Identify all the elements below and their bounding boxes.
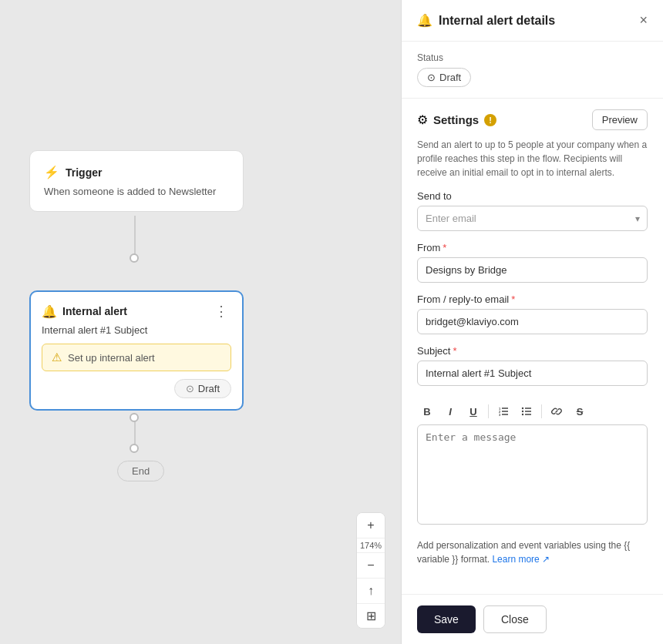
panel-footer: Save Close (402, 594, 663, 644)
connector-dot-2 (130, 413, 139, 422)
status-section: Status ⊙ Draft (402, 42, 663, 99)
from-reply-input[interactable] (417, 309, 648, 334)
preview-button[interactable]: Preview (592, 109, 648, 130)
send-to-select[interactable]: Enter email (417, 206, 648, 231)
from-reply-required: * (511, 293, 515, 305)
svg-point-7 (522, 411, 523, 412)
toolbar-separator-1 (488, 404, 489, 418)
send-to-field-group: Send to Enter email ▾ (417, 190, 648, 231)
from-reply-label: From / reply-to email * (417, 293, 648, 305)
settings-title: Settings (433, 113, 479, 126)
end-node: End (117, 461, 164, 481)
lightning-icon: ⚡ (44, 165, 59, 179)
learn-more-link[interactable]: Learn more ↗ (492, 554, 550, 565)
bold-button[interactable]: B (417, 401, 437, 421)
panel-header: 🔔 Internal alert details × (402, 0, 663, 42)
status-label: Status (417, 52, 648, 63)
settings-section: ⚙ Settings ! Preview Send an alert to up… (402, 99, 663, 594)
subject-input[interactable] (417, 361, 648, 386)
toolbar-separator-2 (541, 404, 542, 418)
bell-icon: 🔔 (42, 304, 57, 319)
internal-alert-panel: 🔔 Internal alert details × Status ⊙ Draf… (401, 0, 663, 644)
alert-warning-text: Set up internal alert (68, 352, 155, 364)
panel-bell-icon: 🔔 (417, 13, 432, 28)
subject-label: Subject * (417, 345, 648, 357)
panel-title: Internal alert details (439, 14, 555, 28)
settings-description: Send an alert to up to 5 people at your … (417, 138, 648, 179)
flow-canvas: ⚡ Trigger When someone is added to Newsl… (0, 0, 401, 644)
status-circle-icon: ⊙ (427, 72, 436, 83)
zoom-in-button[interactable]: + (357, 513, 385, 538)
unordered-list-button[interactable] (517, 401, 537, 421)
subject-required: * (453, 345, 456, 357)
circle-check-icon: ⊙ (186, 383, 194, 394)
settings-gear-icon: ⚙ (417, 112, 428, 127)
svg-point-6 (522, 408, 523, 409)
end-label: End (132, 465, 150, 477)
save-button[interactable]: Save (417, 605, 476, 633)
message-field-group (417, 424, 648, 528)
personalization-text: Add personalization and event variables … (417, 538, 648, 566)
send-to-label: Send to (417, 190, 648, 202)
status-value: Draft (439, 72, 461, 83)
svg-text:3: 3 (499, 413, 501, 417)
draft-label: Draft (198, 383, 220, 394)
subject-field-group: Subject * (417, 345, 648, 386)
zoom-out-button[interactable]: − (357, 553, 385, 578)
alert-subject: Internal alert #1 Subject (42, 324, 231, 336)
editor-toolbar: B I U 123 S (417, 397, 648, 424)
info-icon: ! (484, 114, 496, 126)
from-required: * (443, 242, 446, 253)
zoom-level: 174% (357, 538, 385, 553)
connector-line (134, 216, 136, 258)
alert-node-menu-button[interactable]: ⋮ (211, 303, 231, 320)
zoom-fit-button[interactable]: ↑ (357, 579, 385, 603)
from-reply-field-group: From / reply-to email * (417, 293, 648, 334)
close-button[interactable]: Close (483, 605, 547, 633)
underline-button[interactable]: U (463, 401, 483, 421)
warning-icon: ⚠ (52, 351, 62, 364)
alert-node[interactable]: 🔔 Internal alert ⋮ Internal alert #1 Sub… (29, 290, 244, 411)
alert-draft-button[interactable]: ⊙ Draft (174, 379, 231, 398)
alert-warning-banner: ⚠ Set up internal alert (42, 344, 231, 371)
connector-dot-3 (130, 444, 139, 453)
connector-dot (130, 253, 139, 263)
ordered-list-button[interactable]: 123 (493, 401, 513, 421)
link-button[interactable] (547, 401, 567, 421)
trigger-title: Trigger (66, 166, 102, 179)
italic-button[interactable]: I (440, 401, 460, 421)
message-textarea[interactable] (417, 424, 648, 525)
trigger-description: When someone is added to Newsletter (44, 186, 229, 197)
trigger-node[interactable]: ⚡ Trigger When someone is added to Newsl… (29, 150, 244, 212)
from-label: From * (417, 242, 648, 253)
from-input[interactable] (417, 257, 648, 283)
grid-button[interactable]: ⊞ (357, 603, 385, 628)
alert-node-title: Internal alert (62, 305, 127, 317)
from-field-group: From * (417, 242, 648, 283)
svg-point-8 (522, 414, 523, 415)
panel-close-button[interactable]: × (639, 12, 648, 29)
zoom-controls: + 174% − ↑ ⊞ (356, 512, 385, 629)
strikethrough-button[interactable]: S (570, 401, 590, 421)
status-badge: ⊙ Draft (417, 68, 471, 87)
